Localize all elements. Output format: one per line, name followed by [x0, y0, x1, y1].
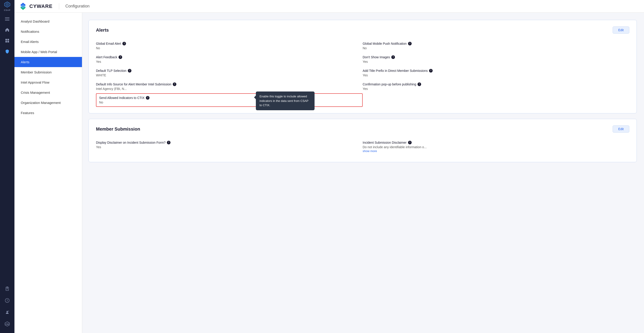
help-icon-confirmation-popup[interactable]: ?: [418, 83, 421, 86]
rail-logo: CSAP: [0, 0, 14, 13]
field-label-dont-show-images: Don't Show Images ?: [363, 55, 629, 59]
question-icon[interactable]: ?: [3, 296, 12, 305]
member-submission-card: Member Submission Edit Display Disclaime…: [88, 119, 637, 162]
member-submission-edit-button[interactable]: Edit: [612, 125, 629, 133]
clipboard-icon[interactable]: [3, 284, 12, 293]
sidebar-item-features[interactable]: Features: [14, 108, 82, 118]
field-empty-row5-right: [363, 93, 629, 107]
svg-rect-3: [5, 19, 10, 19]
cyware-logo-diamond: [19, 2, 27, 11]
help-icon-incident-disclaimer[interactable]: ?: [408, 141, 412, 144]
field-incident-disclaimer: Incident Submission Disclaimer ? Do not …: [363, 138, 629, 156]
svg-rect-2: [5, 18, 10, 18]
field-value-display-disclaimer: Yes: [96, 145, 363, 149]
alerts-card-header: Alerts Edit: [96, 27, 629, 34]
home-icon[interactable]: [3, 25, 12, 34]
svg-rect-10: [6, 287, 8, 288]
menu-icon[interactable]: [3, 15, 12, 24]
field-default-tlp: Default TLP Selection ? WHITE: [96, 66, 363, 80]
member-submission-fields-grid: Display Disclaimer on Incident Submissio…: [96, 138, 629, 156]
help-icon-display-disclaimer[interactable]: ?: [167, 141, 170, 144]
logo-area: CYWARE: [19, 2, 52, 11]
field-add-title-prefix: Add Title Prefix in Direct Member Submis…: [363, 66, 629, 80]
field-value-confirmation-popup: Yes: [363, 87, 629, 91]
alerts-edit-button[interactable]: Edit: [612, 27, 629, 34]
sidebar-item-organization-management[interactable]: Organization Management: [14, 98, 82, 108]
sidebar-item-intel-approval[interactable]: Intel Approval Flow: [14, 77, 82, 87]
csap-label: CSAP: [4, 9, 10, 11]
field-global-mobile-push: Global Mobile Push Notification ? No: [363, 39, 629, 53]
field-default-info-source: Default Info Source for Alert Member Int…: [96, 80, 363, 93]
field-label-confirmation-popup: Confirmation pop-up before publishing ?: [363, 83, 629, 86]
field-label-send-allowed-indicators: Send Allowed Indicators to CTIX ?: [99, 96, 360, 100]
field-label-global-email-alert: Global Email Alert ?: [96, 42, 363, 46]
sidebar-item-analyst-dashboard[interactable]: Analyst Dashboard: [14, 16, 82, 27]
field-dont-show-images: Don't Show Images ? Yes: [363, 53, 629, 66]
help-icon-add-title-prefix[interactable]: ?: [429, 69, 433, 73]
help-icon-alert-feedback[interactable]: ?: [118, 55, 122, 59]
svg-text:?: ?: [6, 299, 8, 302]
field-value-add-title-prefix: Yes: [363, 73, 629, 77]
svg-marker-1: [6, 3, 9, 7]
svg-rect-6: [8, 39, 9, 41]
icon-rail: CSAP ? CW: [0, 0, 14, 333]
svg-text:CW: CW: [6, 323, 9, 325]
svg-rect-7: [6, 41, 7, 43]
settings-user-icon[interactable]: [3, 308, 12, 317]
sidebar-item-member-submission[interactable]: Member Submission: [14, 67, 82, 77]
shield-icon[interactable]: [3, 47, 12, 56]
alerts-fields-grid: Global Email Alert ? No Global Mobile Pu…: [96, 39, 629, 107]
cyware-bottom-icon[interactable]: CW: [3, 319, 12, 328]
main-content: Alerts Edit Global Email Alert ? No Glob…: [82, 13, 644, 333]
svg-rect-4: [5, 20, 10, 21]
svg-point-16: [8, 311, 9, 311]
dashboard-icon[interactable]: [3, 36, 12, 45]
svg-rect-8: [8, 41, 9, 43]
help-icon-global-email-alert[interactable]: ?: [122, 42, 126, 46]
alerts-card-title: Alerts: [96, 28, 109, 33]
field-confirmation-popup: Confirmation pop-up before publishing ? …: [363, 80, 629, 93]
sidebar-item-alerts[interactable]: Alerts: [14, 57, 82, 67]
help-icon-send-allowed-indicators[interactable]: ?: [146, 96, 150, 100]
sidebar-item-mobile-app[interactable]: Mobile App / Web Portal: [14, 47, 82, 57]
field-alert-feedback: Alert Feedback ? Yes: [96, 53, 363, 66]
help-icon-default-tlp[interactable]: ?: [128, 69, 132, 73]
alerts-card: Alerts Edit Global Email Alert ? No Glob…: [88, 20, 637, 113]
field-value-global-mobile-push: No: [363, 46, 629, 50]
field-label-default-info-source: Default Info Source for Alert Member Int…: [96, 83, 363, 86]
show-more-link[interactable]: show more: [363, 149, 377, 153]
field-label-default-tlp: Default TLP Selection ?: [96, 69, 363, 73]
cyware-x-icon: CW: [5, 321, 10, 326]
field-label-alert-feedback: Alert Feedback ?: [96, 55, 363, 59]
field-label-incident-disclaimer: Incident Submission Disclaimer ?: [363, 141, 629, 144]
svg-point-15: [6, 311, 8, 312]
csap-logo-icon: [4, 1, 10, 8]
field-global-email-alert: Global Email Alert ? No: [96, 39, 363, 53]
field-label-global-mobile-push: Global Mobile Push Notification ?: [363, 42, 629, 46]
logo-text: CYWARE: [29, 4, 52, 9]
page-title: Configuration: [66, 4, 90, 9]
field-value-send-allowed-indicators: No: [99, 101, 360, 104]
topbar-divider: [59, 3, 59, 10]
member-submission-card-header: Member Submission Edit: [96, 125, 629, 133]
field-label-add-title-prefix: Add Title Prefix in Direct Member Submis…: [363, 69, 629, 73]
help-icon-dont-show-images[interactable]: ?: [391, 55, 395, 59]
field-value-global-email-alert: No: [96, 46, 363, 50]
svg-rect-5: [6, 39, 7, 41]
topbar: CYWARE Configuration: [0, 0, 644, 13]
sidebar-item-notifications[interactable]: Notifications: [14, 27, 82, 37]
help-icon-default-info-source[interactable]: ?: [173, 83, 176, 86]
field-value-incident-disclaimer: Do not include any identifiable informat…: [363, 145, 629, 149]
field-label-display-disclaimer: Display Disclaimer on Incident Submissio…: [96, 141, 363, 144]
field-value-default-info-source: Intel Agency (FBI, N...: [96, 87, 363, 91]
help-icon-global-mobile-push[interactable]: ?: [408, 42, 412, 46]
field-display-disclaimer: Display Disclaimer on Incident Submissio…: [96, 138, 363, 156]
field-value-default-tlp: WHITE: [96, 73, 363, 77]
member-submission-card-title: Member Submission: [96, 127, 140, 132]
sidebar-item-email-alerts[interactable]: Email Alerts: [14, 37, 82, 47]
field-value-alert-feedback: Yes: [96, 60, 363, 64]
sidebar-item-crisis-management[interactable]: Crisis Management: [14, 87, 82, 98]
field-value-dont-show-images: Yes: [363, 60, 629, 64]
nav-sidebar: Analyst Dashboard Notifications Email Al…: [14, 13, 82, 333]
field-send-allowed-indicators: Send Allowed Indicators to CTIX ? No Ena…: [96, 93, 363, 107]
